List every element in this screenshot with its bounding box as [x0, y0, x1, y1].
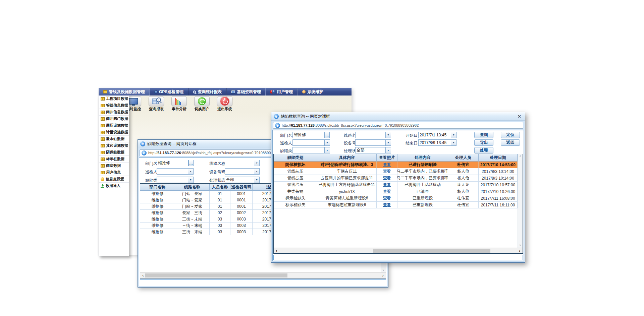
toolbar-button-4[interactable]: 退出系统 — [216, 96, 233, 112]
back-button[interactable]: 返回 — [501, 139, 520, 146]
sidebar-item-10[interactable]: 阀室数据 — [99, 163, 129, 169]
sidebar-item-8[interactable]: 阴保桩数据 — [99, 149, 129, 156]
sidebar-item-0[interactable]: 工程项目数据 — [99, 96, 129, 102]
vertical-scrollbar[interactable]: ∧∨ — [518, 154, 523, 248]
dropdown-arrow-icon[interactable]: ▼ — [385, 147, 391, 153]
defect-select[interactable]: ▼ — [292, 147, 330, 153]
sidebar-item-9[interactable]: 标示桩数据 — [99, 156, 129, 163]
line-select[interactable]: ▼ — [355, 132, 391, 138]
menu-item-label: 系统维护 — [307, 89, 323, 95]
menu-item-1[interactable]: GPS巡检管理 — [150, 88, 188, 96]
dropdown-arrow-icon[interactable]: ▼ — [385, 132, 391, 138]
dropdown-arrow-icon[interactable]: ▼ — [324, 140, 330, 145]
export-button[interactable]: 导出 — [474, 139, 493, 146]
sidebar-item-3[interactable]: 阀井阀门数据 — [99, 116, 129, 122]
view-photo-link[interactable]: 查看 — [383, 162, 391, 168]
menu-item-4[interactable]: 用户管理 — [266, 88, 298, 96]
toolbar-button-2[interactable]: 事件分析 — [170, 96, 188, 112]
sidebar-item-6[interactable]: 凝水缸数据 — [99, 136, 129, 142]
table-row[interactable]: 井类杂物yichuli13查看已清理杨人伧2017/7/10 10:26:00 — [274, 188, 518, 195]
scroll-left-icon[interactable]: ‹ — [274, 248, 279, 253]
table-row[interactable]: 管线占压车辆占压11查看星马二手车市场内，已要求挪车。杨人伧2017/8/3 1… — [274, 168, 518, 175]
start-date-picker[interactable]: 2017/7/1 13:45▼ — [418, 132, 457, 138]
scrollbar-thumb[interactable] — [373, 249, 490, 253]
table-cell: 占压阀井的车辆已要求挪走11 — [317, 175, 377, 182]
view-photo-link[interactable]: 查看 — [383, 189, 391, 194]
horizontal-scrollbar[interactable]: ‹ › — [274, 248, 523, 253]
sidebar-item-1[interactable]: 管线信息数据 — [99, 102, 129, 109]
device-select[interactable]: ▼ — [355, 139, 391, 146]
sidebar-item-label: 信息点设置 — [106, 177, 124, 182]
url-host: 61.183.77.126 — [158, 151, 181, 155]
close-icon[interactable]: ✕ — [516, 114, 523, 119]
table-cell: 星马二手车市场内，已要求挪车。 — [397, 175, 448, 182]
scrollbar-thumb[interactable] — [145, 273, 288, 277]
status-select[interactable]: 全部▼ — [225, 177, 260, 183]
toolbar-button-3[interactable]: 切换用户 — [193, 96, 211, 112]
dialog-title: 缺陷数据查询 -- 网页对话框 — [147, 141, 197, 147]
table-cell: 庞天龙 — [448, 182, 479, 188]
sidebar-item-13[interactable]: 数据导入 — [99, 183, 129, 189]
sidebar-item-11[interactable]: 用户信息 — [99, 169, 129, 176]
table-cell: 查看 — [377, 188, 397, 195]
view-photo-link[interactable]: 查看 — [383, 202, 391, 208]
menu-item-3[interactable]: 基础资料管理 — [226, 88, 266, 96]
table-row[interactable]: 阴保桩损坏对9号阴保桩进行除锈刷漆。3查看已进行除锈刷漆杜传宜2017/7/10… — [274, 162, 518, 168]
menu-item-2[interactable]: 查询统计报表 — [188, 88, 226, 96]
table-row[interactable]: 标示桩缺失青菱河标志桩重新埋设6查看已重新埋设杜传宜2017/7/11 16:0… — [274, 195, 518, 202]
query-button[interactable]: 查询 — [474, 132, 493, 138]
dropdown-arrow-icon[interactable]: ▼ — [254, 160, 259, 166]
dropdown-arrow-icon[interactable]: ▼ — [451, 140, 456, 145]
view-photo-link[interactable]: 查看 — [383, 195, 391, 201]
dropdown-arrow-icon[interactable]: ▼ — [254, 177, 259, 183]
table-cell: 2017/8/3 10:14:00 — [479, 168, 518, 175]
view-photo-link[interactable]: 查看 — [383, 169, 391, 174]
table-row[interactable]: 管线占压已将阀井上方障碍物花盆移走11查看已将阀井上花盆移动庞天龙2017/7/… — [274, 182, 518, 188]
status-select[interactable]: 全部▼ — [355, 147, 391, 153]
horizontal-scrollbar[interactable]: ‹ › — [140, 272, 386, 278]
menu-item-0[interactable]: 管线及设施数据管理 — [99, 88, 150, 96]
locate-button[interactable]: 定位 — [501, 132, 520, 138]
dropdown-arrow-icon[interactable]: ▼ — [385, 140, 391, 145]
scroll-right-icon[interactable]: › — [380, 273, 386, 278]
table-cell: 2017/7/11 16:11:00 — [479, 202, 518, 208]
sidebar-item-12[interactable]: 信息点设置 — [99, 176, 129, 183]
dropdown-arrow-icon[interactable]: ▼ — [451, 132, 456, 138]
grid-icon — [101, 164, 105, 168]
grid-icon — [101, 117, 105, 121]
process-button[interactable]: 处理 — [474, 147, 493, 153]
sidebar-item-7[interactable]: 其它设施数据 — [99, 142, 129, 149]
view-photo-link[interactable]: 查看 — [383, 182, 391, 188]
dept-browse-button[interactable]: … — [325, 132, 330, 138]
sidebar-item-4[interactable]: 调压设施数据 — [99, 122, 129, 129]
sidebar-item-5[interactable]: 计量设施数据 — [99, 129, 129, 136]
patrol-select[interactable]: ▼ — [292, 139, 330, 146]
table-cell: 管线占压 — [274, 182, 317, 188]
view-photo-link[interactable]: 查看 — [383, 175, 391, 181]
patrol-select[interactable]: ▼ — [157, 168, 194, 175]
dropdown-arrow-icon[interactable]: ▼ — [188, 177, 193, 183]
line-select[interactable]: ▼ — [225, 160, 260, 166]
dept-input[interactable]: 维抢修 — [292, 132, 325, 138]
end-date-picker[interactable]: 2017/8/9 13:45▼ — [418, 139, 457, 146]
grid-icon — [101, 111, 105, 114]
dropdown-arrow-icon[interactable]: ▼ — [254, 169, 259, 174]
bar-chart-icon — [175, 98, 183, 105]
menu-item-label: 查询统计报表 — [198, 89, 222, 95]
dropdown-arrow-icon[interactable]: ▼ — [324, 147, 330, 153]
table-row[interactable]: 标示桩缺失末端标志桩重新埋设6查看已重新埋设杜传宜2017/7/11 16:11… — [274, 202, 518, 208]
sidebar-item-2[interactable]: 阀井信息数据 — [99, 109, 129, 116]
scroll-right-icon[interactable]: › — [517, 248, 523, 253]
device-select[interactable]: ▼ — [225, 168, 260, 175]
table-cell: 0003 — [230, 223, 253, 229]
menu-item-5[interactable]: 系统维护 — [298, 88, 328, 96]
toolbar-button-label: 切换用户 — [195, 107, 209, 112]
dept-input[interactable]: 维抢修 — [157, 160, 189, 166]
dept-browse-button[interactable]: … — [189, 160, 194, 166]
table-row[interactable]: 管线占压占压阀井的车辆已要求挪走11查看星马二手车市场内，已要求挪车。杨人伧20… — [274, 175, 518, 182]
dialog-titlebar[interactable]: e 缺陷数据查询 -- 网页对话框 ✕ — [271, 112, 525, 121]
dialog-urlbar: e http://61.183.77.126:8088/sjcl/cxbb_tf… — [271, 121, 525, 130]
toolbar-button-1[interactable]: 查询报表 — [148, 96, 165, 112]
dropdown-arrow-icon[interactable]: ▼ — [188, 169, 193, 174]
defect-select[interactable]: ▼ — [157, 177, 194, 183]
